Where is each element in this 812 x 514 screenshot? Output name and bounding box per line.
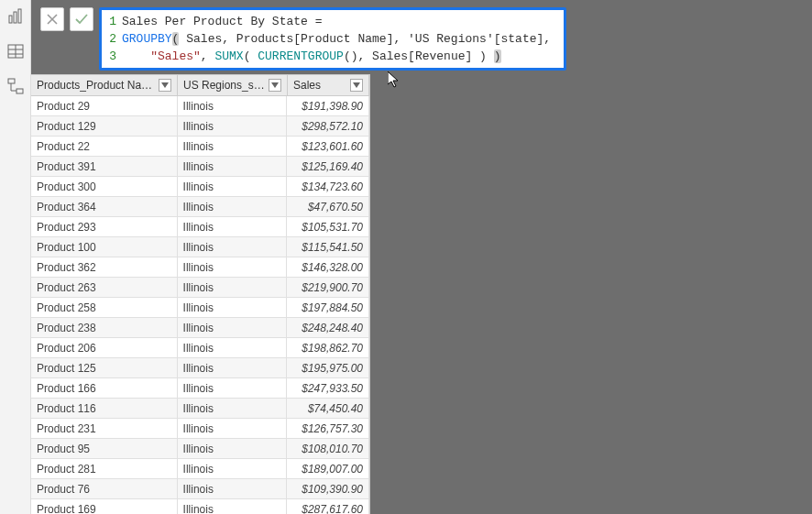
table-row[interactable]: Product 76Illinois$109,390.90 xyxy=(31,479,369,499)
cell-state: Illinois xyxy=(178,459,288,479)
cell-state: Illinois xyxy=(178,137,288,157)
cell-product: Product 293 xyxy=(31,217,178,237)
model-view-icon[interactable] xyxy=(6,77,25,95)
column-header-label: US Regions_state xyxy=(183,79,265,92)
cell-sales: $109,390.90 xyxy=(287,479,369,499)
grid-body[interactable]: Product 29Illinois$191,398.90Product 129… xyxy=(31,96,369,514)
cell-product: Product 238 xyxy=(31,318,178,338)
svg-rect-8 xyxy=(16,89,23,93)
filter-dropdown-icon[interactable] xyxy=(159,79,171,92)
cell-state: Illinois xyxy=(178,96,288,116)
cell-state: Illinois xyxy=(178,399,288,419)
cell-sales: $115,541.50 xyxy=(287,237,369,257)
cell-state: Illinois xyxy=(178,499,288,514)
commit-formula-button[interactable] xyxy=(70,7,93,31)
cell-product: Product 100 xyxy=(31,237,178,257)
column-header-sales[interactable]: Sales xyxy=(288,75,369,95)
svg-marker-15 xyxy=(353,82,360,88)
cell-sales: $47,670.50 xyxy=(287,197,369,217)
report-view-icon[interactable] xyxy=(6,7,25,26)
table-row[interactable]: Product 166Illinois$247,933.50 xyxy=(31,378,369,399)
cell-state: Illinois xyxy=(178,378,288,399)
cell-state: Illinois xyxy=(178,278,288,298)
cell-sales: $287,617.60 xyxy=(287,499,369,514)
cell-sales: $126,757.30 xyxy=(287,419,369,439)
cell-sales: $189,007.00 xyxy=(287,459,369,479)
cell-sales: $197,884.50 xyxy=(287,298,369,318)
column-header-label: Products_Product Name xyxy=(37,79,155,92)
svg-rect-0 xyxy=(9,16,12,23)
filter-dropdown-icon[interactable] xyxy=(350,79,363,92)
cell-sales: $219,900.70 xyxy=(287,278,369,298)
cell-state: Illinois xyxy=(178,197,288,217)
table-row[interactable]: Product 29Illinois$191,398.90 xyxy=(31,96,369,116)
cell-product: Product 231 xyxy=(31,419,178,439)
cell-sales: $146,328.00 xyxy=(287,257,369,278)
cell-state: Illinois xyxy=(178,358,288,378)
line-number: 3 xyxy=(104,48,122,65)
cell-sales: $134,723.60 xyxy=(287,177,369,197)
cell-product: Product 258 xyxy=(31,298,178,318)
cell-product: Product 129 xyxy=(31,116,178,137)
table-row[interactable]: Product 300Illinois$134,723.60 xyxy=(31,177,369,197)
filter-dropdown-icon[interactable] xyxy=(269,79,281,92)
dax-editor[interactable]: 1 Sales Per Product By State = 2 GROUPBY… xyxy=(99,7,566,71)
cell-product: Product 362 xyxy=(31,257,178,278)
svg-rect-1 xyxy=(14,12,16,23)
table-row[interactable]: Product 169Illinois$287,617.60 xyxy=(31,499,369,514)
cell-sales: $108,010.70 xyxy=(287,439,369,459)
table-row[interactable]: Product 281Illinois$189,007.00 xyxy=(31,459,369,479)
svg-rect-7 xyxy=(8,79,15,83)
svg-rect-2 xyxy=(18,9,21,23)
table-row[interactable]: Product 258Illinois$197,884.50 xyxy=(31,298,369,318)
cell-product: Product 125 xyxy=(31,358,178,378)
table-row[interactable]: Product 364Illinois$47,670.50 xyxy=(31,197,369,217)
table-row[interactable]: Product 100Illinois$115,541.50 xyxy=(31,237,369,257)
table-row[interactable]: Product 231Illinois$126,757.30 xyxy=(31,419,369,439)
data-view-icon[interactable] xyxy=(6,42,25,60)
cell-product: Product 364 xyxy=(31,197,178,217)
cell-state: Illinois xyxy=(178,479,288,499)
formula-bar: 1 Sales Per Product By State = 2 GROUPBY… xyxy=(31,0,812,74)
cell-sales: $247,933.50 xyxy=(287,378,369,399)
table-row[interactable]: Product 129Illinois$298,572.10 xyxy=(31,116,369,137)
table-row[interactable]: Product 125Illinois$195,975.00 xyxy=(31,358,369,378)
cell-product: Product 22 xyxy=(31,137,178,157)
cell-product: Product 206 xyxy=(31,338,178,358)
table-row[interactable]: Product 206Illinois$198,862.70 xyxy=(31,338,369,358)
cell-product: Product 391 xyxy=(31,157,178,177)
cell-sales: $195,975.00 xyxy=(287,358,369,378)
column-header-state[interactable]: US Regions_state xyxy=(178,75,288,95)
dax-code-line: "Sales", SUMX( CURRENTGROUP(), Sales[Rev… xyxy=(122,48,501,65)
table-row[interactable]: Product 362Illinois$146,328.00 xyxy=(31,257,369,278)
table-row[interactable]: Product 95Illinois$108,010.70 xyxy=(31,439,369,459)
cancel-formula-button[interactable] xyxy=(40,7,64,31)
line-number: 1 xyxy=(104,13,122,30)
cell-product: Product 29 xyxy=(31,96,178,116)
cell-state: Illinois xyxy=(178,338,288,358)
cell-state: Illinois xyxy=(178,116,288,137)
cell-product: Product 169 xyxy=(31,499,178,514)
cell-state: Illinois xyxy=(178,157,288,177)
table-row[interactable]: Product 391Illinois$125,169.40 xyxy=(31,157,369,177)
view-rail xyxy=(0,0,31,514)
cell-sales: $74,450.40 xyxy=(287,399,369,419)
table-row[interactable]: Product 263Illinois$219,900.70 xyxy=(31,278,369,298)
cell-product: Product 300 xyxy=(31,177,178,197)
cell-state: Illinois xyxy=(178,177,288,197)
column-header-product-name[interactable]: Products_Product Name xyxy=(31,75,178,95)
cell-state: Illinois xyxy=(178,237,288,257)
cell-sales: $123,601.60 xyxy=(287,137,369,157)
cell-state: Illinois xyxy=(178,298,288,318)
app-root: 1 Sales Per Product By State = 2 GROUPBY… xyxy=(0,0,812,514)
table-row[interactable]: Product 22Illinois$123,601.60 xyxy=(31,137,369,157)
cell-sales: $248,248.40 xyxy=(287,318,369,338)
svg-marker-13 xyxy=(161,82,169,88)
table-row[interactable]: Product 238Illinois$248,248.40 xyxy=(31,318,369,338)
table-row[interactable]: Product 293Illinois$105,531.70 xyxy=(31,217,369,237)
cell-product: Product 76 xyxy=(31,479,178,499)
table-row[interactable]: Product 116Illinois$74,450.40 xyxy=(31,399,369,419)
cell-sales: $191,398.90 xyxy=(287,96,369,116)
column-header-label: Sales xyxy=(293,79,346,92)
cell-state: Illinois xyxy=(178,318,288,338)
